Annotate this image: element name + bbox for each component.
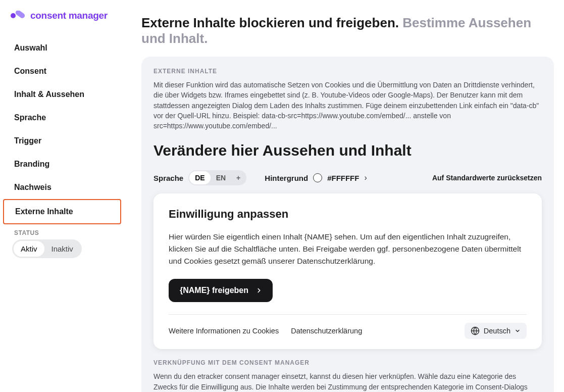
page-title-main: Externe Inhalte blockieren und freigeben…	[141, 15, 402, 30]
svg-rect-1	[15, 11, 26, 19]
link-section-label: VERKNÜPFUNG MIT DEM CONSENT MANAGER	[153, 359, 542, 366]
status-toggle[interactable]: Aktiv Inaktiv	[12, 239, 82, 258]
release-button[interactable]: {NAME} freigeben	[169, 279, 273, 302]
svg-point-0	[11, 13, 16, 18]
bg-label: Hintergrund	[265, 174, 308, 182]
intro-label: EXTERNE INHALTE	[153, 68, 542, 75]
more-info-link[interactable]: Weitere Informationen zu Cookies	[169, 327, 279, 335]
chevron-right-icon	[255, 287, 263, 294]
sidebar-item-nachweis[interactable]: Nachweis	[5, 176, 121, 199]
sidebar-item-trigger[interactable]: Trigger	[5, 129, 121, 153]
lang-add[interactable]: +	[231, 171, 245, 184]
lang-de[interactable]: DE	[189, 171, 210, 184]
chevron-down-icon	[515, 328, 521, 334]
bg-color-swatch[interactable]	[313, 173, 322, 182]
status-active[interactable]: Aktiv	[14, 241, 44, 257]
intro-text: Mit dieser Funktion wird das automatisch…	[153, 80, 542, 131]
lang-en[interactable]: EN	[211, 171, 231, 184]
link-section-text: Wenn du den etracker consent manager ein…	[153, 371, 542, 392]
brand-logo: consent manager	[5, 10, 121, 21]
divider	[169, 314, 527, 315]
sidebar-item-sprache[interactable]: Sprache	[5, 106, 121, 129]
language-select-value: Deutsch	[484, 327, 510, 335]
preview-title: Einwilligung anpassen	[169, 208, 527, 221]
sidebar-item-auswahl[interactable]: Auswahl	[5, 36, 121, 60]
sidebar-item-consent[interactable]: Consent	[5, 60, 121, 83]
consent-preview-card: Einwilligung anpassen Hier würden Sie ei…	[153, 193, 542, 349]
language-select[interactable]: Deutsch	[465, 323, 527, 339]
status-inactive[interactable]: Inaktiv	[44, 241, 80, 257]
privacy-link[interactable]: Datenschutzerklärung	[291, 327, 362, 335]
reset-button[interactable]: Auf Standardwerte zurücksetzen	[432, 174, 542, 182]
main-content: Externe Inhalte blockieren und freigeben…	[126, 0, 564, 392]
sidebar-item-inhalt-aussehen[interactable]: Inhalt & Aussehen	[5, 83, 121, 106]
lang-label: Sprache	[153, 174, 183, 182]
preview-footer: Weitere Informationen zu Cookies Datensc…	[169, 323, 527, 339]
editor-controls: Sprache DE EN + Hintergrund #FFFFFF › Au…	[153, 170, 542, 185]
sidebar-item-externe-inhalte[interactable]: Externe Inhalte	[3, 199, 121, 224]
language-switcher[interactable]: DE EN +	[188, 170, 246, 185]
sidebar-item-branding[interactable]: Branding	[5, 153, 121, 176]
preview-body: Hier würden Sie eigentlich einen Inhalt …	[169, 231, 527, 267]
bg-color-value: #FFFFFF	[327, 174, 359, 182]
globe-icon	[471, 326, 480, 335]
status-label: STATUS	[5, 224, 121, 239]
settings-panel: EXTERNE INHALTE Mit dieser Funktion wird…	[141, 57, 554, 392]
page-title: Externe Inhalte blockieren und freigeben…	[141, 15, 554, 46]
brand-name: consent manager	[30, 10, 108, 21]
chevron-right-icon[interactable]: ›	[364, 173, 367, 182]
editor-heading: Verändere hier Aussehen und Inhalt	[153, 142, 542, 159]
sidebar: consent manager Auswahl Consent Inhalt &…	[0, 0, 126, 392]
release-button-label: {NAME} freigeben	[180, 286, 248, 295]
logo-icon	[10, 11, 26, 21]
